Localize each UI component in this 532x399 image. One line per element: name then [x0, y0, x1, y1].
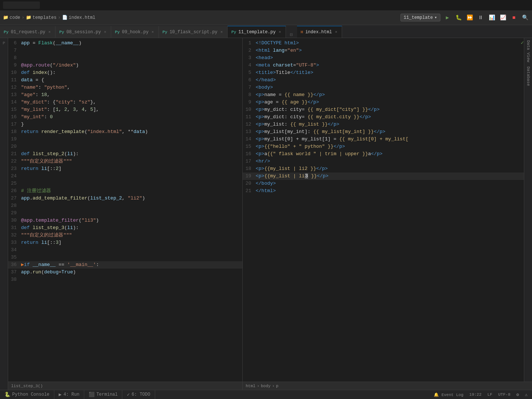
tab-01-request[interactable]: Py 01_request.py × [0, 26, 55, 38]
tab-09-hook[interactable]: Py 09_hook.py × [111, 26, 159, 38]
left-footer-label: list_step_3() [11, 384, 43, 388]
right-footer-html: html [246, 384, 255, 388]
close-tab-11-template[interactable]: × [278, 30, 282, 35]
code-line-7: 7 [8, 47, 242, 54]
code-line-6: 6 app = Flask(__name__) [8, 40, 242, 47]
folder-icon: 📁 [3, 15, 8, 20]
code-line-28: 28 [8, 202, 242, 209]
code-line-29: 29 [8, 209, 242, 217]
terminal-tab[interactable]: ⬛ Terminal [84, 390, 123, 399]
code-line-9: 9 @app.route("/index") [8, 62, 242, 69]
editors: 6 app = Flask(__name__) 7 8 [8, 38, 532, 390]
html-line-5: 5 <title>Title</title> [243, 69, 532, 76]
code-line-22: 22 """自定义的过滤器""" [8, 158, 242, 165]
close-tab-index-html[interactable]: × [334, 30, 338, 35]
html-line-10: 10 <p>my_dict: city= {{ my_dict["city"] … [243, 106, 532, 113]
status-right: 🔔 Event Log 19:22 LF UTF-8 ⚙ ⚠ [434, 392, 532, 398]
data-view-label[interactable]: Data View [525, 38, 532, 64]
html-line-1: 1 <!DOCTYPE html> [243, 40, 532, 47]
event-log-icon: 🔔 [434, 393, 439, 397]
right-footer-body: body [261, 384, 270, 388]
line-ending: LF [487, 392, 492, 397]
tab-label-6: index.html [305, 30, 332, 35]
tab-10-flask-script[interactable]: Py 10_flask_script.py × [159, 26, 228, 38]
html-line-9: 9 <p>age = {{ age }}</p> [243, 99, 532, 106]
terminal-tab-icon: ⬛ [89, 392, 95, 398]
python-console-tab[interactable]: 🐍 Python Console [0, 390, 54, 399]
tab-08-session[interactable]: Py 08_session.py × [55, 26, 111, 38]
html-line-8: 8 <p>name = {{ name }}</p> [243, 91, 532, 99]
html-line-19: 19 <p>{{my_list | li3 }}</p> [243, 173, 532, 180]
breadcrumb-area: 📁 code › 📁 templates › 📄 index.html [3, 15, 95, 20]
search-button[interactable]: 🔍 [521, 14, 529, 22]
code-line-34: 34 [8, 246, 242, 254]
html-file-icon: 📄 [62, 15, 68, 20]
git-icon: ⚙ [516, 392, 519, 398]
encoding: UTF-8 [498, 392, 511, 397]
html-line-13: 13 <p>my_list[my_int]: {{ my_list[my_int… [243, 128, 532, 136]
run-config-label: 11_template [404, 15, 433, 20]
step-button[interactable]: ⏸ [477, 14, 485, 22]
check-mark-icon: ✓ [521, 40, 524, 46]
terminal-tab-label: Terminal [96, 392, 118, 397]
split-button[interactable]: ⊟ [286, 32, 297, 38]
event-log-link[interactable]: 🔔 Event Log [434, 392, 463, 397]
code-line-26: 26 # 注册过滤器 [8, 187, 242, 195]
code-line-25: 25 [8, 180, 242, 187]
database-label[interactable]: Database [525, 64, 532, 88]
code-line-35: 35 [8, 254, 242, 261]
breadcrumb-sep-1: › [22, 15, 24, 20]
code-line-37: 37 app.run(debug=True) [8, 269, 242, 276]
html-line-2: 2 <html lang="en"> [243, 47, 532, 54]
code-line-32: 32 """自定义的过滤器""" [8, 232, 242, 239]
html-line-4: 4 <meta charset="UTF-8"> [243, 62, 532, 69]
tab-label-3: 09_hook.py [122, 30, 149, 35]
code-line-15: 15 "my_list": [1, 2, 3, 4, 5], [8, 106, 242, 113]
code-line-17: 17 } [8, 121, 242, 128]
right-footer-sep-1: › [257, 384, 259, 388]
close-tab-08-session[interactable]: × [103, 30, 107, 35]
top-bar: 📁 code › 📁 templates › 📄 index.html 11_t… [0, 10, 532, 25]
breadcrumb-file[interactable]: 📄 index.html [62, 15, 95, 20]
run-tab[interactable]: ▶ 4: Run [54, 390, 84, 399]
html-line-20: 20 </body> [243, 180, 532, 187]
tab-index-html[interactable]: H index.html × [297, 26, 342, 38]
coverage-button[interactable]: 📊 [488, 14, 496, 22]
breadcrumb: 📁 code › 📁 templates › 📄 index.html [3, 15, 95, 20]
run-config-selector[interactable]: 11_template ▾ [400, 14, 440, 21]
todo-tab[interactable]: ✓ 6: TODO [122, 390, 155, 399]
code-line-14: 14 "my_dict": {"city": "sz"}, [8, 99, 242, 106]
todo-tab-icon: ✓ [127, 392, 130, 398]
cursor-position: 19:22 [469, 392, 481, 397]
py-icon-2: Py [59, 30, 64, 34]
project-icon[interactable]: P [0, 40, 8, 47]
code-line-33: 33 return li[::3] [8, 239, 242, 246]
html-line-15: 15 <p>{{"hello" + " python" }}</p> [243, 143, 532, 150]
html-line-7: 7 <body> [243, 84, 532, 91]
html-line-16: 16 <p>a{{" flask world " | trim | upper … [243, 150, 532, 158]
tab-label: 01_request.py [11, 30, 45, 35]
html-line-18: 18 <p>{{my_list | li2 }}</p> [243, 165, 532, 173]
close-tab-01-request[interactable]: × [48, 30, 52, 35]
right-code-area[interactable]: 1 <!DOCTYPE html> 2 <html lang="en"> 3 <… [243, 38, 532, 382]
breadcrumb-sep-2: › [58, 15, 61, 20]
run-button[interactable]: ▶ [443, 14, 451, 22]
right-footer-p: p [276, 384, 279, 388]
debug-button[interactable]: 🐛 [454, 14, 463, 22]
profile-button[interactable]: 📈 [499, 14, 507, 22]
left-editor-footer: list_step_3() [8, 382, 242, 390]
left-code-area[interactable]: 6 app = Flask(__name__) 7 8 [8, 38, 242, 382]
close-tab-10-flask-script[interactable]: × [220, 30, 224, 35]
close-tab-09-hook[interactable]: × [151, 30, 155, 35]
breadcrumb-code[interactable]: 📁 code [3, 15, 20, 20]
stop-button[interactable]: ■ [510, 14, 518, 22]
code-line-23: 23 return li[::2] [8, 165, 242, 173]
breadcrumb-templates[interactable]: 📁 templates [26, 15, 57, 20]
tab-11-template[interactable]: Py 11_template.py × [228, 26, 286, 38]
event-log-label: Event Log [441, 393, 463, 397]
code-line-30: 30 @app.template_filter("li3") [8, 217, 242, 224]
left-editor-pane: 6 app = Flask(__name__) 7 8 [8, 38, 243, 390]
html-line-14: 14 <p>my_list[0] + my_list[1] = {{ my_li… [243, 136, 532, 143]
code-line-12: 12 "name": "python", [8, 84, 242, 91]
run-with-coverage-button[interactable]: ⏩ [466, 14, 474, 22]
